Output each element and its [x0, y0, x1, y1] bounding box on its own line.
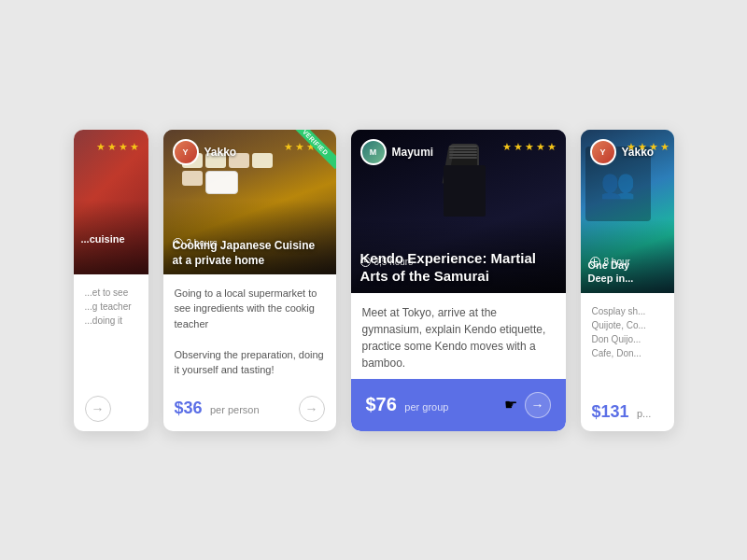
partial-title-cosplay: One DayDeep in...: [588, 259, 670, 286]
star-3: ★: [525, 141, 534, 153]
per-kendo: per group: [404, 401, 448, 413]
star-3: ★: [119, 141, 128, 153]
host-name-kendo: Mayumi: [392, 146, 434, 159]
host-avatar-cooking: Y: [173, 139, 199, 165]
arrow-button-kendo[interactable]: →: [525, 392, 551, 418]
star-1: ★: [502, 141, 512, 153]
star-1: ★: [96, 141, 106, 153]
star-2: ★: [514, 141, 523, 153]
cursor-pointer-icon: ☛: [504, 396, 517, 413]
arrow-button-cuisine[interactable]: →: [85, 396, 111, 422]
card-footer-kendo[interactable]: $76 per group ☛ →: [351, 379, 566, 431]
star-4: ★: [660, 141, 669, 153]
star-3: ★: [649, 141, 658, 153]
host-avatar-cosplay: Y: [590, 139, 616, 165]
card-desc-cuisine: ...et to see...g teacher...doing it: [85, 286, 137, 379]
card-body-cosplay: Cosplay sh...Quijote, Co...Don Quijo...C…: [581, 293, 674, 385]
card-desc-cooking: Going to a local supermarket to see ingr…: [175, 286, 325, 379]
star-2: ★: [107, 141, 117, 153]
price-cosplay: $131: [592, 402, 629, 421]
card-cooking: Y Yakko ★ ★ ★ ★ 2 hours Cooking Japanese…: [163, 130, 336, 431]
verified-badge-cooking: VERIFIED: [289, 130, 336, 170]
price-cooking: $36: [175, 399, 203, 417]
host-avatar-kendo: M: [360, 139, 387, 165]
star-4: ★: [130, 141, 139, 153]
card-footer-cooking: $36 per person →: [163, 386, 336, 431]
card-footer-cuisine: →: [74, 386, 148, 431]
card-cosplay-partial: 👥 Y Yakko ★ ★ ★ ★ 8 hour One DayDeep in.…: [581, 130, 674, 431]
price-kendo: $76: [366, 394, 397, 414]
card-image-kendo: M Mayumi ★ ★ ★ ★ ★ 3,5 hours Kendo Exper…: [351, 130, 566, 293]
stars-row: ★ ★ ★ ★: [96, 141, 139, 153]
host-name-cooking: Yakko: [204, 146, 237, 159]
card-body-cuisine: ...et to see...g teacher...doing it: [74, 274, 148, 379]
card-title-kendo: Kendo Experience: Martial Arts of the Sa…: [360, 249, 557, 286]
card-kendo: M Mayumi ★ ★ ★ ★ ★ 3,5 hours Kendo Exper…: [351, 130, 566, 431]
card-image-cooking: Y Yakko ★ ★ ★ ★ 2 hours Cooking Japanese…: [163, 130, 336, 274]
star-2: ★: [638, 141, 647, 153]
stars-cosplay: ★ ★ ★ ★: [627, 141, 669, 153]
stars-kendo: ★ ★ ★ ★ ★: [502, 141, 557, 153]
host-row-cooking: Y Yakko: [173, 139, 237, 165]
card-body-cooking: Going to a local supermarket to see ingr…: [163, 274, 336, 379]
card-desc-cosplay: Cosplay sh...Quijote, Co...Don Quijo...C…: [592, 304, 663, 385]
star-4: ★: [536, 141, 545, 153]
card-desc-kendo: Meet at Tokyo, arrive at the gymnasium, …: [362, 304, 555, 371]
per-cooking: per person: [210, 404, 260, 415]
star-1: ★: [627, 141, 636, 153]
arrow-button-cooking[interactable]: →: [299, 396, 325, 422]
card-title-cooking: Cooking Japanese Cuisine at a private ho…: [173, 239, 327, 268]
card-footer-cosplay: $131 p...: [581, 393, 674, 431]
card-image-cuisine: ★ ★ ★ ★ ...cuisine: [74, 130, 148, 274]
per-cosplay: p...: [637, 408, 651, 419]
star-5: ★: [547, 141, 557, 153]
cards-container: ★ ★ ★ ★ ...cuisine ...et to see...g teac…: [0, 130, 747, 431]
card-image-cosplay: 👥 Y Yakko ★ ★ ★ ★ 8 hour One DayDeep in.…: [581, 130, 674, 293]
partial-title: ...cuisine: [81, 232, 125, 245]
card-cuisine-partial: ★ ★ ★ ★ ...cuisine ...et to see...g teac…: [74, 130, 148, 431]
host-row-kendo: M Mayumi: [360, 139, 434, 165]
card-body-kendo: Meet at Tokyo, arrive at the gymnasium, …: [351, 293, 566, 371]
